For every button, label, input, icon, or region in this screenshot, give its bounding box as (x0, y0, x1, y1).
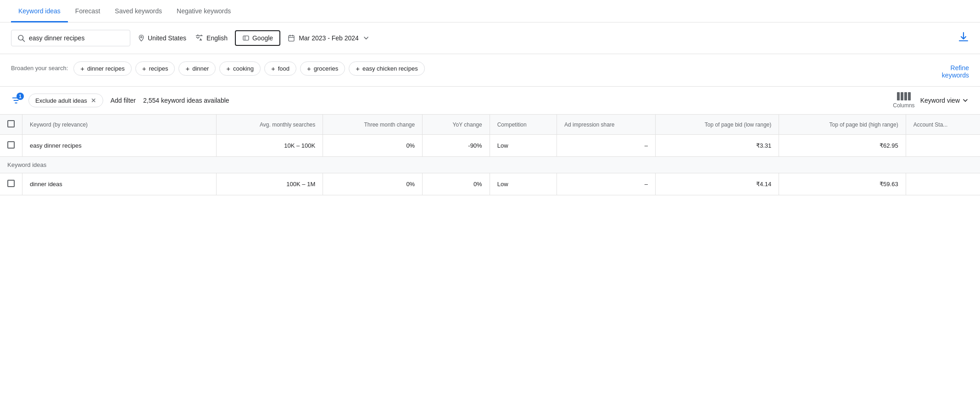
td-ad-impression-0: – (557, 173, 656, 195)
td-yoy-pinned: -90% (423, 135, 490, 157)
chip-label-4: food (278, 65, 290, 72)
td-checkbox-0[interactable] (0, 173, 22, 195)
plus-icon-3: + (226, 65, 230, 72)
chip-label-2: dinner (192, 65, 209, 72)
th-bid-low[interactable]: Top of page bid (low range) (656, 115, 779, 135)
plus-icon-5: + (307, 65, 311, 72)
tab-forecast[interactable]: Forecast (68, 0, 107, 22)
th-account-status: Account Sta... (906, 115, 980, 135)
th-bid-high[interactable]: Top of page bid (high range) (779, 115, 906, 135)
td-yoy-0: 0% (423, 173, 490, 195)
th-yoy[interactable]: YoY change (423, 115, 490, 135)
engine-text: Google (252, 34, 273, 42)
refine-keywords-button[interactable]: Refine keywords (942, 61, 969, 79)
td-bid-high-pinned: ₹62.95 (779, 135, 906, 157)
broaden-label: Broaden your search: (11, 61, 68, 72)
keyword-view-dropdown-icon (962, 97, 969, 104)
calendar-icon (288, 34, 295, 42)
th-competition[interactable]: Competition (490, 115, 557, 135)
download-button[interactable] (958, 31, 969, 45)
columns-label: Columns (893, 102, 914, 109)
plus-icon-1: + (142, 65, 146, 72)
add-filter-button[interactable]: Add filter (111, 97, 136, 104)
td-competition-0: Low (490, 173, 557, 195)
chip-label-0: dinner recipes (87, 65, 125, 72)
date-range-pill[interactable]: Mar 2023 - Feb 2024 (286, 31, 372, 45)
svg-point-2 (140, 36, 142, 38)
keyword-table-wrap: Keyword (by relevance) Avg. monthly sear… (0, 115, 980, 195)
columns-icon (897, 92, 911, 100)
filter-row: 1 Exclude adult ideas ✕ Add filter 2,554… (0, 87, 980, 115)
table-row: dinner ideas 100K – 1M 0% 0% Low – ₹4.14… (0, 173, 980, 195)
language-pill[interactable]: English (194, 30, 229, 46)
filter-right: Columns Keyword view (893, 92, 969, 109)
th-keyword[interactable]: Keyword (by relevance) (22, 115, 217, 135)
app-container: Keyword ideas Forecast Saved keywords Ne… (0, 0, 980, 398)
chip-label-5: groceries (314, 65, 338, 72)
location-pill[interactable]: United States (136, 31, 188, 45)
td-account-status-pinned (906, 135, 980, 157)
filter-icon-wrap[interactable]: 1 (11, 95, 21, 105)
nav-tabs: Keyword ideas Forecast Saved keywords Ne… (0, 0, 980, 22)
row-checkbox-0[interactable] (7, 180, 15, 187)
exclude-adult-pill[interactable]: Exclude adult ideas ✕ (28, 94, 103, 107)
tab-keyword-ideas[interactable]: Keyword ideas (11, 0, 68, 22)
chip-label-3: cooking (233, 65, 254, 72)
plus-icon-4: + (271, 65, 275, 72)
td-ad-impression-pinned: – (557, 135, 656, 157)
keyword-count: 2,554 keyword ideas available (143, 97, 229, 104)
td-competition-pinned: Low (490, 135, 557, 157)
chip-food[interactable]: + food (264, 61, 296, 76)
td-three-month-0: 0% (323, 173, 423, 195)
keyword-view-label: Keyword view (920, 97, 960, 104)
columns-button[interactable]: Columns (893, 92, 914, 109)
section-label-cell: Keyword ideas (0, 157, 980, 173)
th-checkbox[interactable] (0, 115, 22, 135)
chip-recipes[interactable]: + recipes (135, 61, 175, 76)
plus-icon-0: + (80, 65, 84, 72)
search-row: easy dinner recipes United States En (0, 22, 980, 54)
chip-label-6: easy chicken recipes (362, 65, 418, 72)
date-range-text: Mar 2023 - Feb 2024 (299, 34, 359, 42)
plus-icon-2: + (185, 65, 189, 72)
google-engine-pill[interactable]: Google (235, 30, 280, 46)
chip-easy-chicken-recipes[interactable]: + easy chicken recipes (349, 61, 424, 76)
section-label-row: Keyword ideas (0, 157, 980, 173)
search-query: easy dinner recipes (29, 34, 84, 42)
table-header-row: Keyword (by relevance) Avg. monthly sear… (0, 115, 980, 135)
td-three-month-pinned: 0% (323, 135, 423, 157)
search-icon (17, 34, 25, 42)
chip-dinner-recipes[interactable]: + dinner recipes (73, 61, 131, 76)
td-account-status-0 (906, 173, 980, 195)
chip-dinner[interactable]: + dinner (178, 61, 216, 76)
tab-saved-keywords[interactable]: Saved keywords (107, 0, 169, 22)
td-checkbox-pinned[interactable] (0, 135, 22, 157)
th-ad-impression[interactable]: Ad impression share (557, 115, 656, 135)
td-keyword-0: dinner ideas (22, 173, 217, 195)
svg-rect-5 (289, 36, 294, 41)
svg-line-1 (22, 39, 24, 41)
chip-cooking[interactable]: + cooking (219, 61, 261, 76)
th-avg-searches[interactable]: Avg. monthly searches (216, 115, 323, 135)
header-checkbox[interactable] (7, 120, 15, 127)
dropdown-arrow-icon (362, 34, 370, 42)
td-bid-low-pinned: ₹3.31 (656, 135, 779, 157)
svg-rect-3 (243, 36, 249, 40)
td-keyword-pinned: easy dinner recipes (22, 135, 217, 157)
keyword-table: Keyword (by relevance) Avg. monthly sear… (0, 115, 980, 195)
td-avg-searches-0: 100K – 1M (216, 173, 323, 195)
filter-badge: 1 (17, 93, 24, 100)
table-row-pinned: easy dinner recipes 10K – 100K 0% -90% L… (0, 135, 980, 157)
search-box[interactable]: easy dinner recipes (11, 30, 130, 46)
th-three-month[interactable]: Three month change (323, 115, 423, 135)
td-bid-low-0: ₹4.14 (656, 173, 779, 195)
tab-negative-keywords[interactable]: Negative keywords (169, 0, 238, 22)
chip-groceries[interactable]: + groceries (300, 61, 345, 76)
language-icon (195, 34, 204, 42)
google-icon (242, 34, 250, 42)
td-avg-searches-pinned: 10K – 100K (216, 135, 323, 157)
location-icon (138, 34, 145, 42)
exclude-close-icon[interactable]: ✕ (91, 97, 96, 104)
row-checkbox-pinned[interactable] (7, 141, 15, 149)
keyword-view-button[interactable]: Keyword view (920, 97, 969, 104)
